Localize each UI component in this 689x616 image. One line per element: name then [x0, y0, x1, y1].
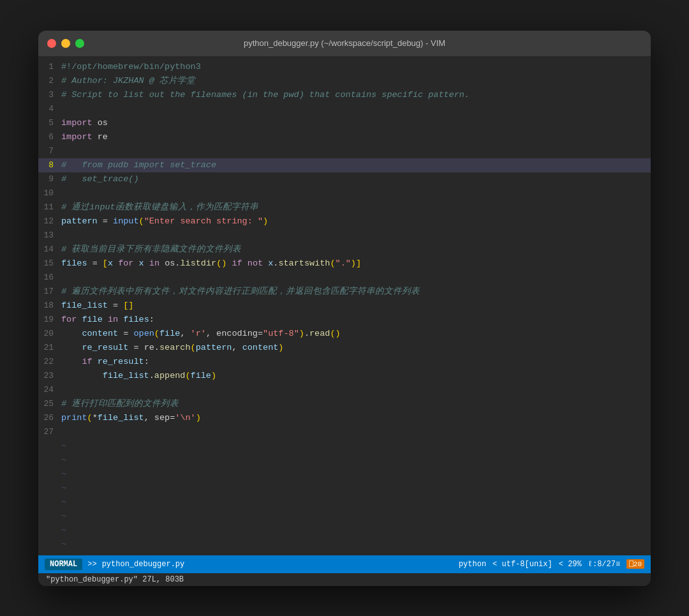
line-num-7: 7: [38, 144, 61, 158]
editor-area[interactable]: 1 #!/opt/homebrew/bin/python3 2 # Author…: [38, 56, 651, 586]
code-line-3: 3 # Script to list out the filenames (in…: [38, 88, 651, 102]
vim-window: python_debugger.py (~/workspace/script_d…: [38, 31, 651, 586]
code-line-17: 17 # 遍历文件列表中所有文件，对文件内容进行正则匹配，并返回包含匹配字符串的…: [38, 285, 651, 299]
line-content-2: # Author: JKZHAN @ 芯片学堂: [61, 74, 651, 88]
line-num-1: 1: [38, 60, 61, 74]
line-num-13: 13: [38, 229, 61, 243]
line-num-3: 3: [38, 88, 61, 102]
line-num-10: 10: [38, 186, 61, 200]
tilde-content: ~: [61, 509, 651, 523]
line-content-26: print(*file_list, sep='\n'): [61, 411, 651, 425]
status-right: python < utf-8[unix] < 29% ℓ:8/27≡ ⎕20: [459, 559, 644, 569]
line-num-12: 12: [38, 214, 61, 229]
line-num-17: 17: [38, 285, 61, 299]
code-line-5: 5 import os: [38, 116, 651, 130]
tilde-content: ~: [61, 523, 651, 537]
code-line-13: 13: [38, 229, 651, 243]
file-info-bar: "python_debugger.py" 27L, 803B: [38, 573, 651, 586]
line-num-16: 16: [38, 271, 61, 285]
code-line-18: 18 file_list = []: [38, 299, 651, 313]
line-num-24: 24: [38, 383, 61, 397]
tilde-line-5: ~: [38, 495, 651, 509]
tilde-content: ~: [61, 537, 651, 552]
tilde-line-2: ~: [38, 453, 651, 467]
status-lang: python: [459, 560, 486, 569]
tilde-content: ~: [61, 495, 651, 509]
line-num-22: 22: [38, 355, 61, 369]
tilde-line-6: ~: [38, 509, 651, 523]
line-num-18: 18: [38, 299, 61, 313]
status-filename: python_debugger.py: [102, 560, 185, 569]
line-content-4: [61, 102, 651, 116]
window-title: python_debugger.py (~/workspace/script_d…: [244, 38, 445, 48]
line-content-15: files = [x for x in os.listdir() if not …: [61, 257, 651, 271]
code-line-12: 12 pattern = input("Enter search string:…: [38, 214, 651, 229]
line-content-18: file_list = []: [61, 299, 651, 313]
code-line-1: 1 #!/opt/homebrew/bin/python3: [38, 60, 651, 74]
tilde-line-7: ~: [38, 523, 651, 537]
maximize-button[interactable]: [75, 39, 84, 48]
code-line-27: 27: [38, 425, 651, 439]
code-line-19: 19 for file in files:: [38, 313, 651, 327]
line-content-10: [61, 186, 651, 200]
line-num-26: 26: [38, 411, 61, 425]
line-content-25: # 逐行打印匹配到的文件列表: [61, 397, 651, 411]
tilde-line-1: ~: [38, 439, 651, 453]
line-num-25: 25: [38, 397, 61, 411]
status-mode: NORMAL: [45, 559, 82, 570]
code-line-22: 22 if re_result:: [38, 355, 651, 369]
line-content-8: # from pudb import set_trace: [61, 158, 651, 172]
line-content-1: #!/opt/homebrew/bin/python3: [61, 60, 651, 74]
titlebar: python_debugger.py (~/workspace/script_d…: [38, 31, 651, 56]
close-button[interactable]: [47, 39, 56, 48]
code-line-6: 6 import re: [38, 130, 651, 144]
code-line-15: 15 files = [x for x in os.listdir() if n…: [38, 257, 651, 271]
line-content-21: re_result = re.search(pattern, content): [61, 341, 651, 355]
line-num-27: 27: [38, 425, 61, 439]
status-indicator: ⎕20: [626, 559, 644, 569]
line-content-7: [61, 144, 651, 158]
line-content-9: # set_trace(): [61, 172, 651, 186]
tilde-content: ~: [61, 481, 651, 495]
line-content-19: for file in files:: [61, 313, 651, 327]
code-line-23: 23 file_list.append(file): [38, 369, 651, 383]
code-line-24: 24: [38, 383, 651, 397]
status-left: NORMAL >> python_debugger.py: [45, 559, 184, 570]
line-content-20: content = open(file, 'r', encoding="utf-…: [61, 327, 651, 341]
line-content-14: # 获取当前目录下所有非隐藏文件的文件列表: [61, 243, 651, 257]
code-line-2: 2 # Author: JKZHAN @ 芯片学堂: [38, 74, 651, 88]
line-num-5: 5: [38, 116, 61, 130]
line-content-6: import re: [61, 130, 651, 144]
code-line-20: 20 content = open(file, 'r', encoding="u…: [38, 327, 651, 341]
status-arrows: >>: [87, 560, 96, 569]
statusbar: NORMAL >> python_debugger.py python < ut…: [38, 555, 651, 573]
code-line-8: 8 # from pudb import set_trace: [38, 158, 651, 172]
line-content-13: [61, 229, 651, 243]
minimize-button[interactable]: [61, 39, 70, 48]
tilde-line-4: ~: [38, 481, 651, 495]
line-num-15: 15: [38, 257, 61, 271]
code-line-10: 10: [38, 186, 651, 200]
line-num-21: 21: [38, 341, 61, 355]
line-num-8: 8: [38, 158, 61, 172]
code-line-14: 14 # 获取当前目录下所有非隐藏文件的文件列表: [38, 243, 651, 257]
line-num-14: 14: [38, 243, 61, 257]
code-line-26: 26 print(*file_list, sep='\n'): [38, 411, 651, 425]
code-line-21: 21 re_result = re.search(pattern, conten…: [38, 341, 651, 355]
traffic-lights: [47, 39, 84, 48]
line-num-23: 23: [38, 369, 61, 383]
tilde-content: ~: [61, 453, 651, 467]
code-line-11: 11 # 通过input函数获取键盘输入，作为匹配字符串: [38, 200, 651, 214]
line-content-16: [61, 271, 651, 285]
code-line-25: 25 # 逐行打印匹配到的文件列表: [38, 397, 651, 411]
code-line-9: 9 # set_trace(): [38, 172, 651, 186]
code-line-7: 7: [38, 144, 651, 158]
line-content-24: [61, 383, 651, 397]
line-num-2: 2: [38, 74, 61, 88]
line-content-23: file_list.append(file): [61, 369, 651, 383]
line-num-11: 11: [38, 200, 61, 214]
tilde-line-3: ~: [38, 467, 651, 481]
code-line-16: 16: [38, 271, 651, 285]
line-num-6: 6: [38, 130, 61, 144]
status-encoding: < utf-8[unix]: [493, 560, 552, 569]
